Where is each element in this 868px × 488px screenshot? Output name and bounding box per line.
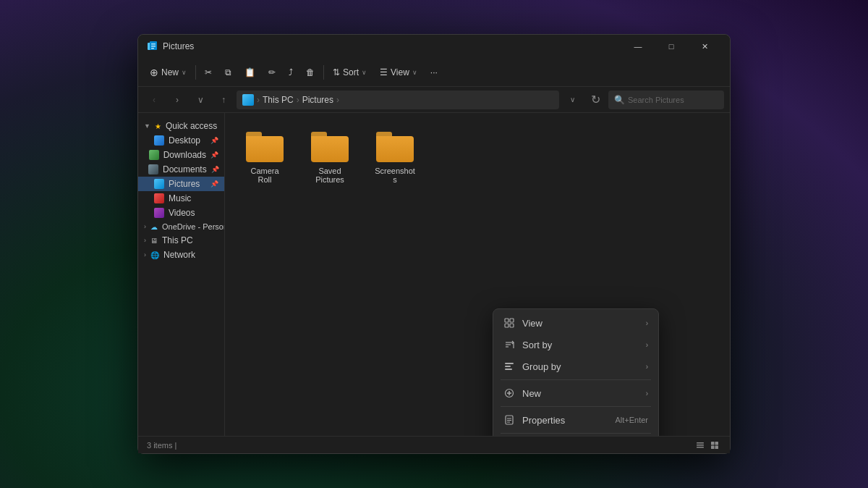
path-home-icon: [242, 94, 254, 106]
title-bar: Pictures — □ ✕: [138, 35, 730, 58]
context-sep-1: [501, 379, 651, 380]
cut-button[interactable]: ✂: [199, 64, 218, 80]
status-count: 3 items |: [147, 441, 176, 450]
quick-access-star-icon: ★: [155, 122, 161, 130]
context-sep-2: [501, 406, 651, 407]
file-grid: Camera Roll Saved Pictures Screenshots: [239, 127, 715, 188]
view-menu-label: View: [522, 318, 639, 329]
refresh-button[interactable]: ↻: [585, 90, 605, 110]
copy-button[interactable]: ⧉: [219, 64, 237, 80]
sidebar-item-downloads[interactable]: Downloads 📌: [138, 148, 224, 162]
sidebar-pictures-label: Pictures: [169, 179, 200, 189]
svg-rect-4: [151, 48, 154, 49]
back-button[interactable]: ‹: [144, 90, 164, 110]
paste-icon: 📋: [244, 67, 255, 77]
new-button[interactable]: ⊕ New ∨: [144, 64, 192, 81]
share-button[interactable]: ⤴: [283, 64, 299, 80]
file-item-screenshots[interactable]: Screenshots: [370, 127, 420, 188]
svg-rect-33: [715, 442, 719, 445]
address-path[interactable]: › This PC › Pictures ›: [237, 91, 559, 109]
thispc-expand-icon: ›: [144, 237, 146, 244]
recent-button[interactable]: ∨: [190, 90, 210, 110]
sort-button[interactable]: ⇅ Sort ∨: [327, 64, 373, 80]
svg-rect-31: [697, 447, 704, 448]
svg-rect-13: [505, 363, 514, 364]
sidebar-item-thispc[interactable]: › 🖥 This PC: [138, 233, 224, 248]
main-content: ▼ ★ Quick access Desktop 📌 Downloads 📌 D…: [138, 113, 730, 436]
context-menu-sortby[interactable]: Sort by ›: [496, 334, 655, 356]
sidebar-item-network[interactable]: › 🌐 Network: [138, 248, 224, 262]
context-menu-groupby[interactable]: Group by ›: [496, 356, 655, 377]
file-explorer-window: Pictures — □ ✕ ⊕ New ∨ ✂ ⧉ 📋 ✏ ⤴ 🗑: [137, 34, 731, 454]
network-expand-icon: ›: [144, 251, 146, 258]
pictures-pin-icon: 📌: [210, 180, 218, 188]
svg-rect-14: [505, 366, 511, 367]
grid-view-button[interactable]: [708, 439, 721, 452]
search-box[interactable]: 🔍 Search Pictures: [608, 91, 724, 109]
more-button[interactable]: ···: [425, 64, 443, 80]
quick-access-label: Quick access: [166, 121, 217, 131]
svg-rect-29: [697, 442, 704, 444]
rename-icon: ✏: [268, 67, 276, 77]
path-dropdown-button[interactable]: ∨: [562, 91, 582, 109]
share-icon: ⤴: [289, 67, 293, 77]
properties-shortcut: Alt+Enter: [615, 416, 648, 424]
maximize-button[interactable]: □: [655, 35, 688, 58]
paste-button[interactable]: 📋: [239, 64, 261, 80]
svg-rect-34: [711, 445, 715, 449]
folder-icon-camera-roll: [246, 132, 284, 162]
path-pictures: Pictures: [302, 95, 333, 105]
toolbar: ⊕ New ∨ ✂ ⧉ 📋 ✏ ⤴ 🗑 ⇅ Sort ∨ ☰: [138, 58, 730, 87]
status-bar: 3 items |: [138, 436, 730, 453]
folder-icon-screenshots: [376, 132, 414, 162]
file-item-saved-pictures[interactable]: Saved Pictures: [305, 127, 355, 188]
sidebar: ▼ ★ Quick access Desktop 📌 Downloads 📌 D…: [138, 113, 225, 436]
view-icon: ☰: [380, 67, 388, 77]
new-icon: ⊕: [150, 67, 158, 78]
sidebar-desktop-label: Desktop: [169, 135, 200, 146]
view-menu-icon: [503, 317, 515, 329]
window-controls: — □ ✕: [621, 35, 721, 58]
sidebar-onedrive-label: OneDrive - Personal: [162, 222, 225, 231]
search-icon: 🔍: [614, 95, 625, 105]
sidebar-item-documents[interactable]: Documents 📌: [138, 162, 224, 177]
context-menu-view[interactable]: View ›: [496, 312, 655, 334]
properties-menu-label: Properties: [522, 415, 608, 426]
list-view-button[interactable]: [694, 439, 707, 452]
sidebar-item-desktop[interactable]: Desktop 📌: [138, 133, 224, 148]
sidebar-item-pictures[interactable]: Pictures 📌: [138, 177, 224, 191]
path-thispc: This PC: [263, 95, 294, 105]
pictures-icon: [154, 179, 164, 189]
path-sep-2: ›: [297, 95, 299, 105]
sidebar-downloads-label: Downloads: [163, 150, 206, 160]
sidebar-music-label: Music: [169, 193, 191, 203]
music-icon: [154, 193, 164, 203]
close-button[interactable]: ✕: [688, 35, 721, 58]
groupby-menu-label: Group by: [522, 361, 639, 372]
sidebar-videos-label: Videos: [169, 208, 195, 218]
context-menu-properties[interactable]: Properties Alt+Enter: [496, 409, 655, 431]
svg-rect-2: [151, 43, 156, 45]
svg-rect-30: [697, 445, 704, 446]
cloud-icon: ☁: [150, 223, 158, 231]
address-bar: ‹ › ∨ ↑ › This PC › Pictures › ∨ ↻ 🔍 Sea…: [138, 87, 730, 113]
forward-button[interactable]: ›: [167, 90, 187, 110]
groupby-menu-icon: [503, 361, 515, 372]
delete-button[interactable]: 🗑: [300, 64, 320, 80]
network-icon: 🌐: [150, 251, 159, 259]
context-menu-new[interactable]: New ›: [496, 382, 655, 404]
sortby-menu-label: Sort by: [522, 340, 639, 350]
sidebar-item-videos[interactable]: Videos: [138, 206, 224, 220]
svg-rect-35: [715, 445, 719, 449]
rename-button[interactable]: ✏: [263, 64, 281, 80]
sidebar-item-onedrive[interactable]: › ☁ OneDrive - Personal: [138, 220, 224, 233]
up-button[interactable]: ↑: [213, 90, 234, 110]
sidebar-quick-access[interactable]: ▼ ★ Quick access: [138, 119, 224, 133]
minimize-button[interactable]: —: [621, 35, 655, 58]
file-item-camera-roll[interactable]: Camera Roll: [239, 127, 290, 188]
sidebar-item-music[interactable]: Music: [138, 191, 224, 206]
view-menu-arrow: ›: [646, 319, 648, 327]
svg-rect-3: [151, 46, 156, 47]
svg-rect-32: [711, 442, 715, 445]
view-button[interactable]: ☰ View ∨: [374, 64, 423, 80]
